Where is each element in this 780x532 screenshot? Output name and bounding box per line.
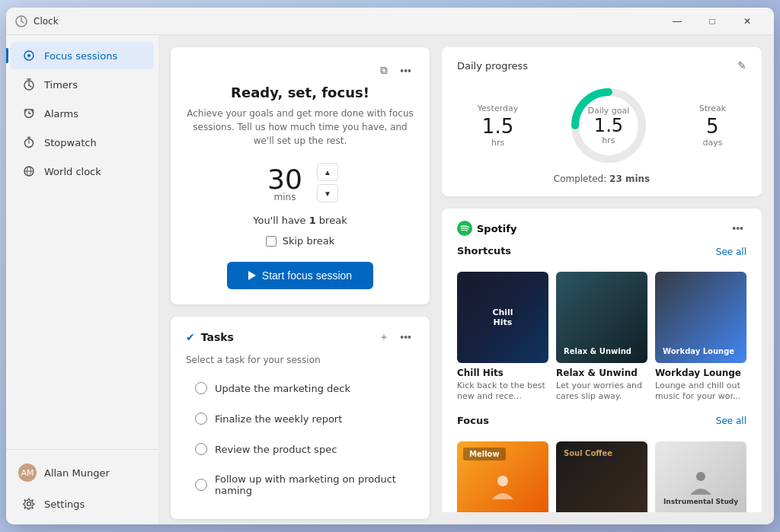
minimize-button[interactable]: — — [660, 8, 695, 35]
task-item[interactable]: Review the product spec — [186, 435, 414, 463]
task-text-1: Update the marketing deck — [215, 383, 350, 394]
svg-point-19 — [27, 502, 31, 506]
focus-label: Focus — [457, 415, 489, 426]
play-icon — [248, 271, 256, 280]
time-control: 30 mins ▲ ▼ — [186, 163, 414, 202]
user-profile[interactable]: AM Allan Munger — [6, 456, 158, 489]
donut-inner: Daily goal 1.5 hrs — [588, 106, 630, 145]
time-value: 30 — [262, 164, 308, 195]
shortcuts-grid: ChillHits Chill Hits Kick back to the be… — [457, 272, 746, 403]
break-info: You'll have 1 break — [186, 215, 414, 226]
task-radio-3[interactable] — [195, 443, 207, 455]
task-item[interactable]: Follow up with marketing on product nami… — [186, 466, 414, 504]
thumb-workday-content: Workday Lounge — [655, 272, 746, 363]
window-title: Clock — [34, 16, 654, 27]
world-clock-icon — [23, 165, 35, 177]
focus-subtitle: Achieve your goals and get more done wit… — [186, 107, 414, 148]
time-increment-button[interactable]: ▲ — [317, 163, 338, 181]
settings-icon — [23, 498, 35, 510]
playlist-relax-unwind[interactable]: Relax & Unwind Relax & Unwind Let your w… — [556, 272, 647, 403]
task-text-4: Follow up with marketing on product nami… — [215, 473, 405, 496]
playlist-thumb-relax-unwind: Relax & Unwind — [556, 272, 647, 363]
sidebar: Focus sessions Timers — [6, 35, 158, 524]
spotify-logo-icon — [457, 221, 472, 236]
user-name: Allan Munger — [44, 467, 110, 479]
right-panel: Daily progress ✎ Yesterday 1.5 hrs — [442, 47, 762, 512]
time-display: 30 mins — [262, 164, 308, 202]
yesterday-value: 1.5 — [478, 116, 518, 136]
progress-stats: Yesterday 1.5 hrs Daily goal 1.5 — [457, 84, 746, 167]
playlist-workday-desc: Lounge and chill out music for your wor.… — [655, 381, 746, 403]
focus-grid: Mellow Beats Mellow Beats — [457, 441, 746, 512]
shortcuts-see-all-link[interactable]: See all — [716, 247, 746, 257]
edit-goal-button[interactable]: ✎ — [737, 59, 746, 72]
more-options-icon[interactable]: ••• — [397, 62, 414, 78]
sidebar-item-alarms[interactable]: Alarms — [11, 100, 154, 127]
playlist-thumb-chill-hits: ChillHits — [457, 272, 548, 363]
mellow-thumb-label: Mellow — [463, 448, 506, 460]
focus-see-all-link[interactable]: See all — [716, 416, 746, 426]
sidebar-item-label: Focus sessions — [44, 50, 117, 62]
maximize-button[interactable]: □ — [695, 8, 730, 35]
main-content: Focus sessions Timers — [6, 35, 774, 524]
skip-break-checkbox[interactable] — [266, 236, 277, 247]
mellow-figure-icon — [488, 472, 518, 502]
playlist-mellow-beats[interactable]: Mellow Beats Mellow Beats — [457, 441, 548, 512]
playlist-thumb-workday-lounge: Workday Lounge — [655, 272, 746, 363]
tasks-header: ✔ Tasks ＋ ••• — [186, 329, 414, 346]
spotify-more-options-button[interactable]: ••• — [729, 221, 746, 236]
sidebar-item-focus-sessions[interactable]: Focus sessions — [11, 42, 154, 69]
goal-value: 1.5 — [588, 116, 630, 135]
goal-unit: hrs — [588, 135, 630, 145]
spotify-card: Spotify ••• Shortcuts See all ChillHits — [442, 209, 762, 512]
time-decrement-button[interactable]: ▼ — [317, 184, 338, 202]
close-button[interactable]: ✕ — [730, 8, 765, 35]
tasks-card: ✔ Tasks ＋ ••• Select a task for your ses… — [171, 317, 430, 519]
task-list: Update the marketing deck Finalize the w… — [186, 374, 414, 504]
window-controls: — □ ✕ — [660, 8, 765, 35]
yesterday-stat: Yesterday 1.5 hrs — [478, 104, 518, 148]
start-focus-session-button[interactable]: Start focus session — [227, 262, 373, 289]
tasks-more-options-button[interactable]: ••• — [397, 329, 414, 346]
sidebar-item-stopwatch[interactable]: Stopwatch — [11, 129, 154, 156]
alarms-icon — [23, 107, 35, 119]
instrumental-figure-icon — [687, 469, 714, 496]
tasks-actions: ＋ ••• — [376, 329, 414, 346]
playlist-workday-name: Workday Lounge — [655, 368, 746, 378]
sidebar-item-settings[interactable]: Settings — [11, 490, 154, 518]
task-text-3: Review the product spec — [215, 444, 337, 455]
skip-break-row: Skip break — [186, 235, 414, 247]
sidebar-item-label: World clock — [44, 166, 101, 177]
focus-section-row: Focus See all — [457, 415, 746, 434]
shortcuts-label: Shortcuts — [457, 245, 511, 256]
task-item[interactable]: Update the marketing deck — [186, 374, 414, 402]
app-window: Clock — □ ✕ Focus sessions — [6, 8, 774, 524]
yesterday-unit: hrs — [478, 138, 518, 148]
playlist-chill-hits-name: Chill Hits — [457, 368, 548, 378]
playlist-instrumental-study[interactable]: Instrumental Study Instrumental Study A … — [655, 441, 746, 512]
sidebar-item-label: Alarms — [44, 108, 78, 119]
skip-break-label: Skip break — [283, 235, 335, 247]
expand-icon[interactable]: ⧉ — [377, 62, 391, 78]
playlist-workday-lounge[interactable]: Workday Lounge Workday Lounge Lounge and… — [655, 272, 746, 403]
task-radio-2[interactable] — [195, 413, 207, 425]
svg-line-2 — [21, 21, 24, 23]
task-radio-1[interactable] — [195, 382, 207, 394]
progress-header: Daily progress ✎ — [457, 59, 746, 72]
streak-label: Streak — [699, 104, 726, 113]
sidebar-item-world-clock[interactable]: World clock — [11, 158, 154, 185]
playlist-thumb-instrumental: Instrumental Study — [655, 441, 746, 512]
timers-icon — [23, 78, 35, 91]
playlist-chill-hits[interactable]: ChillHits Chill Hits Kick back to the be… — [457, 272, 548, 403]
yesterday-label: Yesterday — [478, 104, 518, 113]
titlebar: Clock — □ ✕ — [6, 8, 774, 35]
spotify-name: Spotify — [477, 223, 729, 234]
sidebar-item-timers[interactable]: Timers — [11, 71, 154, 98]
sidebar-item-label: Stopwatch — [44, 137, 97, 148]
task-radio-4[interactable] — [195, 479, 207, 491]
sidebar-bottom: AM Allan Munger Settings — [6, 449, 158, 518]
progress-title: Daily progress — [457, 60, 528, 72]
playlist-soul-coffee[interactable]: Soul Coffee Soul Coffee The tunes to eas… — [556, 441, 647, 512]
task-item[interactable]: Finalize the weekly report — [186, 405, 414, 432]
add-task-button[interactable]: ＋ — [376, 329, 392, 346]
